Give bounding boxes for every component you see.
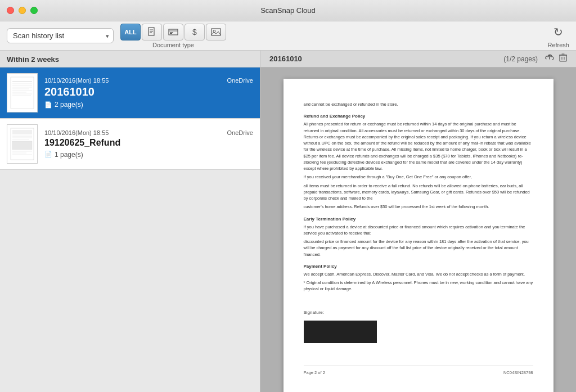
- document-icon: [147, 27, 156, 37]
- card-type-button[interactable]: [163, 24, 183, 40]
- svg-rect-25: [12, 141, 32, 150]
- doc-termination-heading: Early Termination Policy: [304, 216, 533, 223]
- doc-refund-heading: Refund and Exchange Policy: [304, 113, 533, 120]
- doc-refund-para-2: If you received your merchandise through…: [304, 174, 533, 180]
- right-action-icons: [544, 53, 567, 64]
- left-panel: Within 2 weeks: [0, 51, 260, 392]
- item-thumbnail-2: [7, 124, 38, 164]
- refresh-label: Refresh: [547, 42, 569, 48]
- item-dest-2: OneDrive: [227, 129, 253, 136]
- refresh-icon: ↻: [554, 25, 563, 39]
- dollar-icon: $: [192, 28, 197, 37]
- photo-icon: [211, 28, 221, 37]
- item-pages-2: 📄 1 page(s): [44, 151, 253, 159]
- item-dest-1: OneDrive: [227, 77, 253, 84]
- scan-item-2[interactable]: 10/10/2016(Mon) 18:55 OneDrive 19120625_…: [0, 119, 260, 170]
- card-icon: [168, 28, 178, 36]
- doc-refund-section: Refund and Exchange Policy All phones pr…: [304, 113, 533, 210]
- window-controls[interactable]: [7, 7, 38, 14]
- item-title-2: 19120625_Refund: [44, 137, 253, 148]
- item-thumbnail-1: [7, 73, 38, 112]
- doc-refund-para-1: All phones presented for return or excha…: [304, 121, 533, 172]
- refresh-button[interactable]: ↻: [548, 24, 569, 40]
- doc-para-intro: and cannot be exchanged or refunded in t…: [304, 101, 533, 107]
- item-header-row-1: 10/10/2016(Mon) 18:55 OneDrive: [44, 77, 253, 84]
- item-pages-1: 📄 2 page(s): [44, 101, 253, 109]
- app-title: ScanSnap Cloud: [260, 6, 316, 15]
- doc-termination-section: Early Termination Policy If you have pur…: [304, 216, 533, 258]
- upload-cloud-icon[interactable]: [544, 53, 555, 64]
- right-panel: 20161010 (1/2 pages): [260, 51, 576, 392]
- document-viewer[interactable]: and cannot be exchanged or refunded in t…: [260, 67, 576, 392]
- doc-type-buttons: ALL $: [120, 24, 226, 40]
- page-icon-1: 📄: [44, 101, 52, 109]
- doc-footer-left: Page 2 of 2: [304, 370, 325, 376]
- right-panel-meta: (1/2 pages): [503, 53, 567, 64]
- signature-label: Signature:: [304, 309, 533, 316]
- doc-payment-section: Payment Policy We accept Cash, American …: [304, 263, 533, 292]
- doc-type-label: Document type: [152, 42, 194, 48]
- document-type-group: ALL $: [120, 24, 226, 48]
- doc-thumbnail-2: [10, 127, 35, 161]
- page-icon-2: 📄: [44, 151, 52, 158]
- maximize-button[interactable]: [30, 7, 38, 14]
- document-type-button[interactable]: [142, 24, 162, 40]
- doc-refund-para-4: customer's home address. Refunds over $5…: [304, 204, 533, 210]
- item-info-1: 10/10/2016(Mon) 18:55 OneDrive 20161010 …: [44, 77, 253, 109]
- dropdown-select[interactable]: Scan history list: [7, 28, 114, 43]
- section-header: Within 2 weeks: [0, 51, 260, 67]
- toolbar: Scan history list ▾ ALL: [0, 21, 576, 51]
- receipt-type-button[interactable]: $: [184, 24, 205, 40]
- item-title-1: 20161010: [44, 85, 253, 98]
- doc-payment-para-2: * Original condition is determined by A …: [304, 280, 533, 292]
- pages-info: (1/2 pages): [503, 55, 538, 63]
- scan-history-dropdown[interactable]: Scan history list ▾: [7, 28, 114, 43]
- item-date-2: 10/10/2016(Mon) 18:55: [44, 129, 109, 136]
- signature-box: [304, 321, 377, 343]
- item-info-2: 10/10/2016(Mon) 18:55 OneDrive 19120625_…: [44, 129, 253, 158]
- doc-refund-para-3: all items must be returned in order to r…: [304, 183, 533, 202]
- item-date-1: 10/10/2016(Mon) 18:55: [44, 77, 109, 84]
- item-header-row-2: 10/10/2016(Mon) 18:55 OneDrive: [44, 129, 253, 136]
- doc-footer: Page 2 of 2 NC04SIN28798: [304, 366, 533, 376]
- close-button[interactable]: [7, 7, 14, 14]
- refresh-group: ↻ Refresh: [547, 24, 569, 48]
- photo-type-button[interactable]: [206, 24, 226, 40]
- doc-footer-right: NC04SIN28798: [503, 370, 533, 376]
- delete-icon[interactable]: [559, 53, 567, 64]
- doc-payment-heading: Payment Policy: [304, 263, 533, 270]
- doc-payment-para-1: We accept Cash, American Express, Discov…: [304, 271, 533, 277]
- titlebar: ScanSnap Cloud: [0, 0, 576, 21]
- right-panel-header: 20161010 (1/2 pages): [260, 51, 576, 67]
- doc-termination-para-2: discounted price or financed amount for …: [304, 238, 533, 258]
- all-type-button[interactable]: ALL: [120, 24, 141, 40]
- doc-termination-para-1: If you have purchased a device at discou…: [304, 224, 533, 237]
- doc-thumbnail-1: [10, 76, 35, 110]
- scan-item-1[interactable]: 10/10/2016(Mon) 18:55 OneDrive 20161010 …: [0, 67, 260, 119]
- svg-rect-8: [212, 29, 220, 35]
- signature-area: Signature:: [304, 309, 533, 343]
- svg-rect-21: [12, 130, 32, 134]
- minimize-button[interactable]: [19, 7, 26, 14]
- svg-rect-29: [560, 55, 566, 61]
- scan-list: 10/10/2016(Mon) 18:55 OneDrive 20161010 …: [0, 67, 260, 392]
- right-panel-title: 20161010: [269, 55, 302, 63]
- main-area: Within 2 weeks: [0, 51, 576, 392]
- doc-intro-para: and cannot be exchanged or refunded in t…: [304, 101, 533, 107]
- document-page: and cannot be exchanged or refunded in t…: [284, 79, 554, 392]
